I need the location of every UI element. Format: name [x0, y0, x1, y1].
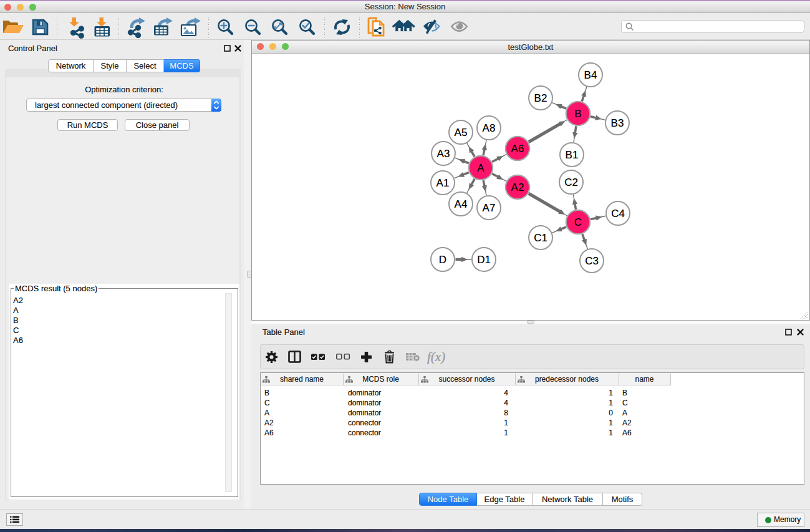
svg-text:C3: C3: [585, 255, 599, 267]
svg-text:C1: C1: [534, 232, 547, 244]
svg-text:B1: B1: [566, 149, 579, 161]
svg-text:A5: A5: [455, 127, 468, 138]
svg-text:A2: A2: [511, 181, 524, 193]
svg-text:B3: B3: [611, 117, 624, 129]
svg-text:A1: A1: [436, 177, 450, 189]
svg-text:A8: A8: [483, 122, 496, 134]
svg-text:B: B: [574, 108, 581, 120]
svg-text:A3: A3: [437, 148, 450, 160]
svg-text:A4: A4: [455, 198, 468, 210]
svg-text:B4: B4: [584, 69, 597, 81]
svg-text:C4: C4: [611, 208, 625, 220]
svg-text:A: A: [477, 162, 485, 174]
svg-text:D: D: [439, 254, 446, 266]
svg-text:A6: A6: [511, 143, 524, 155]
svg-text:B2: B2: [534, 92, 547, 104]
svg-text:C: C: [574, 216, 582, 228]
svg-text:D1: D1: [477, 254, 491, 266]
svg-text:C2: C2: [564, 177, 578, 188]
svg-text:A7: A7: [483, 202, 496, 214]
